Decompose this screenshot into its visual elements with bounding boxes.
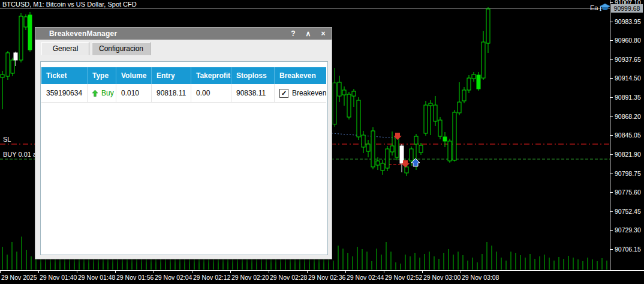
candle-body	[362, 135, 365, 147]
candle-body	[371, 131, 375, 167]
time-axis-label: 29 Nov 03:00	[423, 274, 461, 281]
price-axis-tick	[610, 97, 613, 98]
time-axis-tick	[230, 270, 231, 273]
candle-body	[24, 17, 28, 27]
time-axis-label: 29 Nov 02:20	[231, 274, 269, 281]
price-axis-label: 90775.60	[615, 189, 641, 196]
header-stoploss: Stoploss	[231, 67, 275, 84]
price-axis-label: 90821.90	[615, 151, 641, 158]
collapse-button[interactable]: ∧	[305, 29, 312, 38]
candle-body	[1, 74, 4, 77]
breakeven-manager-dialog: BreakevenManager ? ∧ × General Configura…	[35, 27, 332, 259]
tab-general[interactable]: General	[41, 42, 89, 55]
candle-body	[453, 112, 456, 160]
time-axis-label: 29 Nov 02:12	[193, 274, 230, 281]
sl-line-label: SL	[3, 136, 11, 143]
sell-arrow-icon	[393, 133, 402, 140]
dialog-content-panel: Ticket Type Volume Entry Takeprofit Stop…	[40, 61, 328, 255]
candle-body	[347, 94, 351, 117]
candle-body	[486, 9, 490, 43]
breakeven-checkbox[interactable]: ✓	[279, 89, 288, 98]
table-row[interactable]: 359190634 Buy 0.010 90818.11 0.00 90838.…	[41, 84, 326, 103]
price-axis-tick	[610, 2, 613, 3]
price-axis-label: 90845.05	[615, 131, 641, 139]
candle-body	[414, 136, 418, 144]
candle-body	[342, 90, 346, 95]
candle-body	[366, 144, 370, 151]
price-axis-label: 90960.80	[615, 37, 641, 44]
close-button[interactable]: ×	[320, 29, 327, 38]
time-axis-tick	[115, 270, 116, 273]
time-axis-label: 29 Nov 01:48	[78, 274, 115, 281]
candle-body	[434, 105, 437, 121]
price-axis-tick	[610, 249, 613, 250]
price-axis-tick	[610, 78, 613, 79]
candle-body	[386, 149, 389, 168]
time-axis-tick	[38, 270, 39, 273]
price-axis-label: 90868.20	[615, 113, 641, 120]
tab-configuracion[interactable]: Configuracion	[92, 42, 151, 55]
dialog-tabs: General Configuracion	[41, 42, 332, 55]
candle-body	[448, 141, 452, 161]
price-axis-label: 90937.65	[615, 56, 641, 63]
dialog-titlebar[interactable]: BreakevenManager ? ∧ ×	[35, 28, 332, 40]
time-axis-label: 29 Nov 02:36	[308, 274, 345, 281]
candle-body	[381, 163, 384, 171]
candle-body	[462, 90, 466, 101]
price-axis-label: 90729.30	[615, 226, 641, 234]
candle-body	[28, 15, 32, 50]
candle-body	[6, 53, 10, 76]
price-axis-label: 90798.75	[615, 170, 641, 177]
price-axis-label: 90891.35	[615, 94, 641, 101]
price-axis-tick	[610, 174, 613, 174]
candle-body	[405, 167, 408, 173]
time-axis-tick	[154, 270, 154, 273]
price-axis-tick	[610, 192, 613, 193]
time-axis-tick	[307, 270, 308, 273]
candle-body	[357, 100, 360, 137]
cell-ticket: 359190634	[41, 84, 88, 102]
candle-body	[333, 83, 336, 124]
cell-takeprofit: 0.00	[191, 84, 231, 102]
cell-breakeven: ✓ Breakeven	[275, 84, 326, 102]
candle-body	[395, 137, 399, 157]
mt-terminal-window: BTCUSD, M1: Bitcoin vs US Dollar, Spot C…	[0, 0, 644, 284]
candle-body	[467, 78, 471, 90]
expert-advisor-badge[interactable]: Ea	[590, 3, 611, 12]
header-ticket: Ticket	[41, 67, 88, 84]
price-axis-label: 90706.15	[615, 246, 641, 253]
table-header-row: Ticket Type Volume Entry Takeprofit Stop…	[41, 67, 326, 84]
chart-symbol-title: BTCUSD, M1: Bitcoin vs US Dollar, Spot C…	[2, 1, 137, 8]
candle-body	[419, 145, 423, 153]
time-axis-tick	[461, 270, 461, 273]
time-axis-label: 29 Nov 01:56	[116, 274, 154, 281]
header-breakeven: Breakeven	[275, 67, 326, 84]
candle-body	[424, 105, 428, 133]
cell-volume: 0.010	[116, 84, 152, 102]
candle-body	[477, 75, 480, 89]
candle-body	[352, 91, 356, 96]
time-axis-label: 29 Nov 02:28	[270, 274, 307, 281]
help-button[interactable]: ?	[290, 29, 297, 38]
price-axis-tick	[610, 116, 613, 117]
candle-body	[482, 42, 485, 78]
candle-body	[429, 103, 432, 106]
time-axis-label: 29 Nov 02:44	[347, 274, 384, 281]
candle-body	[443, 137, 447, 141]
time-axis-label: 29 Nov 02:04	[155, 274, 192, 281]
candle-body	[19, 16, 23, 60]
price-axis-tick	[610, 135, 613, 136]
header-volume: Volume	[116, 67, 152, 84]
candle-body	[338, 82, 341, 96]
price-axis-label: 90983.95	[615, 18, 641, 25]
header-entry: Entry	[152, 67, 191, 84]
price-axis-label: 90914.50	[615, 74, 641, 82]
time-axis-label: 29 Nov 01:40	[40, 274, 77, 281]
time-axis-label: 29 Nov 2025	[1, 274, 37, 281]
price-axis-label: 90752.45	[615, 208, 641, 215]
time-axis-tick	[0, 270, 1, 273]
price-axis-tick	[610, 22, 613, 22]
price-axis-tick	[610, 230, 613, 231]
breakeven-checkbox-label: Breakeven	[292, 89, 326, 97]
time-axis-tick	[192, 270, 192, 273]
